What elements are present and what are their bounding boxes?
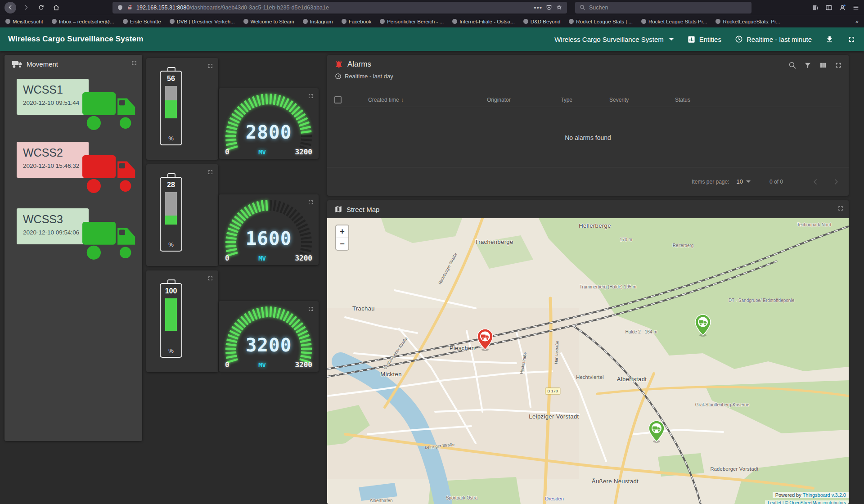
columns-icon[interactable] (819, 61, 827, 69)
bookmark-item[interactable]: Rocket League Stats | ... (569, 19, 633, 24)
truck-icon (81, 150, 139, 194)
vehicle-status-label: WCSS1 2020-12-10 09:51:44 (17, 79, 89, 115)
column-header-severity[interactable]: Severity (609, 97, 675, 103)
vehicle-marker-ok[interactable] (694, 314, 711, 338)
bookmark-item[interactable]: Welcome to Steam (243, 19, 294, 24)
map-zoom-control: + − (335, 225, 349, 251)
vehicle-name: WCSS2 (23, 146, 89, 159)
movement-entry[interactable]: WCSS3 2020-12-10 09:54:06 (4, 208, 142, 269)
bookmark-favicon (380, 19, 385, 24)
alarms-timewindow[interactable]: Realtime - last day (335, 73, 393, 80)
vehicle-name: WCSS1 (23, 83, 89, 96)
items-per-page-select[interactable]: 10 (737, 178, 751, 185)
tracking-shield-icon[interactable] (117, 4, 123, 11)
widget-fullscreen-icon[interactable] (837, 205, 844, 212)
column-header-originator[interactable]: Originator (487, 97, 561, 103)
widget-fullscreen-icon[interactable] (307, 199, 314, 206)
vehicle-marker-alarm[interactable] (477, 328, 494, 353)
battery-cap (167, 67, 176, 71)
bookmark-favicon (5, 19, 10, 24)
bookmark-item[interactable]: Meistbesucht (5, 19, 43, 24)
account-icon[interactable] (839, 4, 846, 11)
gauge-value: 1600 (219, 228, 319, 249)
url-bar[interactable]: 192.168.155.31:8080/dashboards/9aeb43d0-… (112, 2, 567, 14)
column-header-type[interactable]: Type (561, 97, 609, 103)
movement-entry[interactable]: WCSS1 2020-12-10 09:51:44 (4, 79, 142, 140)
bookmark-item[interactable]: RocketLeagueStats: Pr... (716, 19, 780, 24)
fullscreen-button[interactable] (847, 35, 856, 44)
previous-page-button[interactable] (811, 177, 820, 186)
bookmark-star-icon[interactable] (556, 4, 562, 11)
bookmarks-overflow-icon[interactable]: » (855, 18, 859, 25)
widget-title: Alarms (347, 60, 371, 69)
back-button[interactable] (4, 2, 16, 14)
widget-fullscreen-icon[interactable] (834, 61, 842, 69)
library-icon[interactable] (812, 4, 819, 11)
menu-icon[interactable] (852, 4, 860, 11)
widget-fullscreen-icon[interactable] (207, 275, 214, 282)
bookmark-item[interactable]: D&D Beyond (523, 19, 560, 24)
vehicle-marker-ok[interactable] (648, 420, 665, 445)
bookmark-item[interactable]: Rocket League Stats Pr... (641, 19, 707, 24)
forward-button[interactable] (20, 2, 32, 14)
bookmark-item[interactable]: Facebook (342, 19, 372, 24)
bookmark-item[interactable]: Erste Schritte (123, 19, 161, 24)
search-icon[interactable] (788, 61, 796, 69)
pocket-icon[interactable] (546, 4, 552, 11)
bookmark-favicon (569, 19, 574, 24)
select-all-checkbox[interactable] (334, 96, 342, 104)
home-icon (53, 4, 60, 11)
column-header-status[interactable]: Status (675, 97, 842, 103)
dashboard-header: Wireless Cargo Surveillance System Wirel… (0, 27, 864, 51)
bookmark-favicon (523, 19, 528, 24)
clock-icon (335, 73, 342, 80)
column-header-created-time[interactable]: Created time ↓ (368, 97, 487, 103)
battery-value: 100 (165, 287, 177, 295)
next-page-button[interactable] (832, 177, 841, 186)
widget-fullscreen-icon[interactable] (207, 169, 214, 176)
timewindow-button[interactable]: Realtime - last minute (735, 35, 812, 43)
thingsboard-link[interactable]: Thingsboard v.3.2.0 (803, 492, 846, 498)
reload-button[interactable] (35, 2, 47, 14)
widget-fullscreen-icon[interactable] (307, 93, 314, 99)
movement-entry[interactable]: WCSS2 2020-12-10 15:46:32 (4, 142, 142, 202)
voltage-gauge-widget: 3200 0 MV 3200 (219, 301, 319, 372)
map-attribution: Powered by Thingsboard v.3.2.0 (773, 492, 849, 498)
bookmark-item[interactable]: Inbox – redeutscher@... (52, 19, 114, 24)
zoom-in-button[interactable]: + (336, 225, 348, 238)
export-button[interactable] (825, 35, 834, 44)
gauge-unit-label: MV (258, 361, 266, 369)
bookmark-favicon (52, 19, 57, 24)
battery-unit: % (168, 135, 174, 142)
alarms-table-header: Created time ↓ Originator Type Severity … (334, 93, 842, 107)
bookmark-item[interactable]: Persönlicher Bereich - ... (380, 19, 444, 24)
alarm-bell-icon (334, 60, 343, 69)
filter-icon[interactable] (804, 61, 812, 69)
widget-fullscreen-icon[interactable] (130, 59, 138, 67)
gauge-max-label: 3200 (295, 254, 312, 262)
dashboard-state-select[interactable]: Wireless Cargo Surveillance System (554, 36, 674, 43)
entities-button[interactable]: Entities (687, 35, 721, 44)
page-actions-icon[interactable]: ••• (534, 4, 542, 11)
search-icon (580, 4, 585, 10)
insecure-lock-icon[interactable] (127, 4, 133, 10)
map-canvas[interactable]: B 170 HellerbergeTrachenbergeTechnopark … (327, 218, 849, 504)
widget-fullscreen-icon[interactable] (307, 306, 314, 312)
widget-fullscreen-icon[interactable] (207, 63, 214, 69)
vehicle-status-label: WCSS3 2020-12-10 09:54:06 (17, 208, 89, 244)
browser-search[interactable]: Suchen (575, 2, 752, 14)
url-text: 192.168.155.31:8080/dashboards/9aeb43d0-… (136, 4, 329, 11)
battery-level-indicator: 100 % (160, 279, 183, 358)
vehicle-status-label: WCSS2 2020-12-10 15:46:32 (17, 142, 89, 178)
battery-filled-segment (165, 100, 177, 118)
forward-icon (22, 4, 29, 11)
battery-widget: 56 % (146, 58, 218, 160)
bookmark-item[interactable]: DVB | Dresdner Verkeh... (170, 19, 235, 24)
zoom-out-button[interactable]: − (336, 238, 348, 250)
widget-title: Street Map (346, 206, 379, 213)
sidebars-icon[interactable] (825, 4, 832, 11)
bookmark-item[interactable]: Internet-Filiale - Ostsä... (452, 19, 515, 24)
bookmark-item[interactable]: Instagram (303, 19, 333, 24)
home-button[interactable] (50, 2, 62, 14)
gauge-min-label: 0 (225, 148, 230, 156)
